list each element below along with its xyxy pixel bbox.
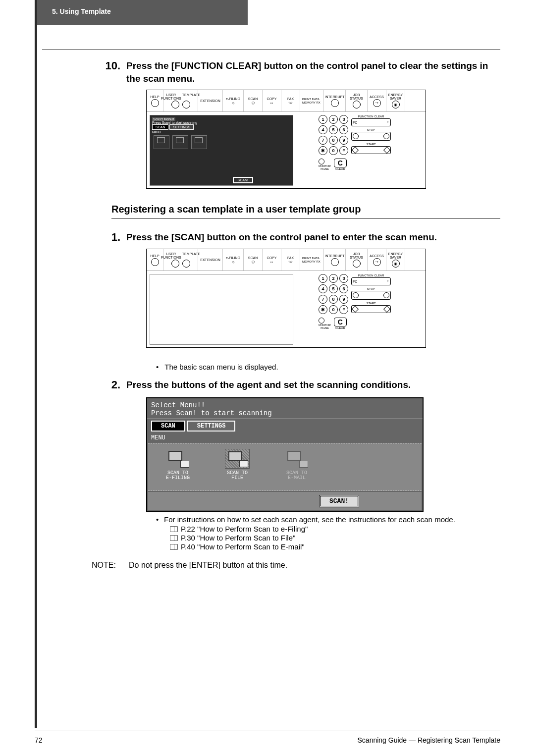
- panel-lcd-screen: Select Menu!! Press Scan! to start scann…: [150, 115, 293, 186]
- function-clear-button[interactable]: FC〃: [351, 277, 391, 285]
- bs-tab-settings[interactable]: SETTINGS: [187, 421, 236, 432]
- note: NOTE: Do not press the [ENTER] button at…: [92, 561, 500, 570]
- efiling-label: e-FILING: [226, 97, 240, 101]
- key-2[interactable]: 2: [329, 274, 338, 283]
- copy-icon[interactable]: ▭: [270, 101, 273, 105]
- key-star[interactable]: ✱: [319, 305, 327, 314]
- job-status-button[interactable]: [353, 101, 361, 108]
- key-7[interactable]: 7: [319, 136, 327, 145]
- energy-saver-button[interactable]: ◉: [392, 260, 400, 268]
- key-5[interactable]: 5: [329, 284, 338, 293]
- screen-tab-settings[interactable]: SETTINGS: [169, 124, 194, 130]
- book-icon: [170, 535, 178, 541]
- clear-button[interactable]: C: [334, 318, 347, 326]
- monitor-pause-label: MONITOR/ PAUSE: [319, 324, 331, 329]
- key-1[interactable]: 1: [319, 274, 327, 283]
- key-hash[interactable]: #: [339, 305, 348, 314]
- interrupt-button[interactable]: [331, 99, 339, 107]
- start-button[interactable]: [351, 146, 391, 154]
- key-4[interactable]: 4: [319, 125, 327, 134]
- key-8[interactable]: 8: [329, 136, 338, 145]
- stop-button[interactable]: [351, 291, 391, 300]
- monitor-pause-button[interactable]: [319, 159, 324, 164]
- key-8[interactable]: 8: [329, 295, 338, 304]
- clear-label: CLEAR: [334, 167, 347, 170]
- function-clear-label: FUNCTION CLEAR: [351, 115, 391, 118]
- scan-label: SCAN: [248, 97, 258, 101]
- step-10: 10. Press the [FUNCTION CLEAR] button on…: [42, 59, 500, 85]
- numeric-keypad: 123 456 789 ✱0#: [319, 115, 348, 157]
- bs-tab-scan[interactable]: SCAN: [151, 421, 185, 432]
- scan-to-file-icon[interactable]: [172, 135, 188, 149]
- stop-button[interactable]: [351, 132, 391, 141]
- fax-icon[interactable]: ☏: [288, 101, 293, 105]
- key-7[interactable]: 7: [319, 295, 327, 304]
- interrupt-button[interactable]: [331, 258, 339, 266]
- step-1: 1. Press the [SCAN] button on the contro…: [42, 231, 500, 244]
- key-9[interactable]: 9: [339, 136, 348, 145]
- eraser-icon: 〃: [386, 120, 389, 125]
- page-footer: 72 Scanning Guide — Registering Scan Tem…: [35, 736, 500, 744]
- access-button[interactable]: ⊸: [373, 99, 381, 107]
- key-hash[interactable]: #: [339, 146, 348, 155]
- key-0[interactable]: 0: [329, 305, 338, 314]
- copy-label: COPY: [267, 256, 277, 260]
- key-9[interactable]: 9: [339, 295, 348, 304]
- scan-to-efiling-icon[interactable]: [154, 135, 169, 149]
- help-button[interactable]: [151, 258, 159, 266]
- stop-icon-2: [383, 133, 389, 139]
- screen-scan-button[interactable]: SCAN!: [233, 177, 253, 183]
- scan-to-email-button[interactable]: SCAN TO E-MAIL: [277, 449, 317, 481]
- job-status-button[interactable]: [353, 260, 361, 268]
- key-2[interactable]: 2: [329, 115, 338, 124]
- clear-button[interactable]: C: [334, 159, 347, 167]
- print-data-label: PRINT DATA: [302, 98, 320, 101]
- interrupt-label: INTERRUPT: [324, 254, 344, 258]
- note-text: Do not press the [ENTER] button at this …: [129, 561, 287, 570]
- key-5[interactable]: 5: [329, 125, 338, 134]
- start-icon-2: [383, 306, 390, 313]
- ref-text: P.40 "How to Perform Scan to E-mail": [181, 542, 305, 551]
- efiling-icon[interactable]: ◇: [232, 260, 234, 264]
- key-3[interactable]: 3: [339, 115, 348, 124]
- efiling-icon[interactable]: ◇: [232, 101, 234, 105]
- template-button[interactable]: [182, 260, 190, 268]
- key-4[interactable]: 4: [319, 284, 327, 293]
- fax-icon[interactable]: ☏: [288, 260, 293, 264]
- copy-icon[interactable]: ▭: [270, 260, 273, 264]
- bs-icon-label: SCAN TO FILE: [217, 471, 257, 481]
- page-left-border: [35, 0, 37, 728]
- function-clear-button[interactable]: FC〃: [351, 118, 391, 126]
- step-text: Press the [FUNCTION CLEAR] button on the…: [126, 59, 500, 85]
- template-button[interactable]: [182, 101, 190, 108]
- scan-icon[interactable]: ⬠: [252, 260, 255, 264]
- start-button[interactable]: [351, 305, 391, 313]
- scan-to-file-button[interactable]: SCAN TO FILE: [217, 449, 257, 481]
- memory-rx-label: MEMORY RX: [302, 101, 321, 104]
- copy-label: COPY: [267, 97, 277, 101]
- bs-scan-button[interactable]: SCAN!: [319, 495, 359, 507]
- key-6[interactable]: 6: [339, 284, 348, 293]
- energy-saver-button[interactable]: ◉: [392, 101, 400, 108]
- scan-icon[interactable]: ⬠: [252, 101, 255, 105]
- bs-menu-label: MENU: [147, 433, 423, 442]
- footer-text: Scanning Guide — Registering Scan Templa…: [358, 736, 500, 744]
- access-button[interactable]: ⊸: [373, 258, 381, 266]
- scan-to-efiling-button[interactable]: SCAN TO E-FILING: [158, 449, 198, 481]
- ref-file: P.30 "How to Perform Scan to File": [170, 534, 500, 542]
- key-0[interactable]: 0: [329, 146, 338, 155]
- user-functions-button[interactable]: [171, 101, 179, 108]
- screen-tab-scan[interactable]: SCAN: [152, 124, 168, 130]
- arrow-icon: [180, 461, 189, 468]
- user-functions-button[interactable]: [171, 260, 179, 268]
- ref-email: P.40 "How to Perform Scan to E-mail": [170, 542, 500, 551]
- key-1[interactable]: 1: [319, 115, 327, 124]
- monitor-pause-button[interactable]: [319, 318, 324, 324]
- help-button[interactable]: [151, 99, 159, 107]
- key-3[interactable]: 3: [339, 274, 348, 283]
- key-star[interactable]: ✱: [319, 146, 327, 155]
- access-label: ACCESS: [370, 254, 384, 258]
- key-6[interactable]: 6: [339, 125, 348, 134]
- stop-icon: [353, 292, 359, 298]
- scan-to-email-icon[interactable]: [191, 135, 207, 149]
